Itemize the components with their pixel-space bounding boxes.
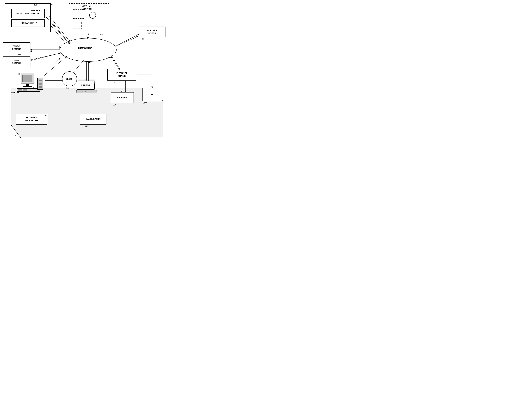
svg-line-8 — [31, 53, 60, 60]
video-camera-2-label: VIDEOCAMERA — [12, 59, 21, 65]
ref-205: ~205 — [143, 102, 147, 105]
laptop-label-box: LAPTOP — [77, 81, 95, 90]
ref-112: ~112 — [33, 86, 38, 89]
ref-206: ~206 — [45, 114, 49, 117]
video-camera-1-box: VIDEOCAMERA — [3, 42, 31, 53]
organizer-box: ORGANIZER — [11, 19, 45, 27]
svg-line-19 — [49, 16, 70, 42]
calculator-box: CALCULATOR — [80, 114, 106, 125]
virtual-monitor-label: VIRTUALMONITOR — [81, 5, 92, 11]
cpu-label: CPU — [14, 91, 19, 94]
ref-115: ~115 — [32, 22, 37, 24]
network-label: NETWORK — [78, 47, 92, 50]
ref-113: ~113 — [85, 125, 89, 128]
internet-telephone-label: INTERNETTELEPHONE — [25, 116, 38, 122]
svg-line-5 — [115, 37, 138, 46]
internet-frame-box: INTERNETFRAME — [107, 69, 136, 81]
diagram: OBJECT RECOGNIZER ORGANIZER ~215 ~115 SE… — [0, 0, 177, 140]
ref-103: 103 — [113, 81, 116, 84]
object-recognizer-label: OBJECT RECOGNIZER — [16, 12, 40, 15]
palmtop-label: PALMTOP — [117, 96, 127, 99]
server-label: SERVER — [31, 9, 40, 12]
ref-102: ~102 — [81, 90, 86, 93]
internet-frame-label: INTERNETFRAME — [116, 72, 127, 77]
ref-213: ~213 — [17, 53, 21, 56]
clock-label: CLOCK — [66, 78, 73, 80]
svg-line-26 — [37, 58, 60, 81]
video-camera-1-label: VIDEOCAMERA — [12, 45, 21, 51]
ref-100: 100~ — [10, 91, 15, 94]
tv-box: TV — [142, 88, 162, 101]
ref-109: ~109 — [98, 33, 103, 36]
svg-line-22 — [115, 34, 139, 46]
calculator-label: CALCULATOR — [86, 118, 100, 120]
tv-label: TV — [151, 93, 154, 96]
svg-line-25 — [31, 53, 60, 61]
server-box: OBJECT RECOGNIZER ORGANIZER — [5, 3, 51, 32]
laptop-label: LAPTOP — [81, 84, 90, 87]
svg-line-21 — [87, 32, 89, 39]
internet-telephone-box: INTERNETTELEPHONE — [16, 114, 48, 125]
video-camera-2-box: VIDEOCAMERA — [3, 57, 31, 67]
svg-marker-0 — [11, 88, 163, 138]
clock-circle: CLOCK — [62, 71, 77, 86]
ref-114: ~114 — [141, 38, 145, 40]
ref-201: ~201 — [65, 87, 70, 89]
ref-107: ~107 — [108, 57, 113, 59]
ref-108: ~108 — [49, 4, 54, 6]
palmtop-box: PALMTOP — [111, 92, 134, 103]
svg-line-2 — [50, 20, 70, 44]
ref-215: ~215 — [32, 4, 37, 6]
ref-111: 111~ — [17, 73, 21, 75]
ref-204: ~204 — [112, 104, 116, 106]
ref-110: 110~ — [11, 134, 16, 137]
multiple-users-label: MULTIPLEUSERS — [147, 29, 158, 35]
multiple-users-box: MULTIPLEUSERS — [139, 27, 165, 37]
